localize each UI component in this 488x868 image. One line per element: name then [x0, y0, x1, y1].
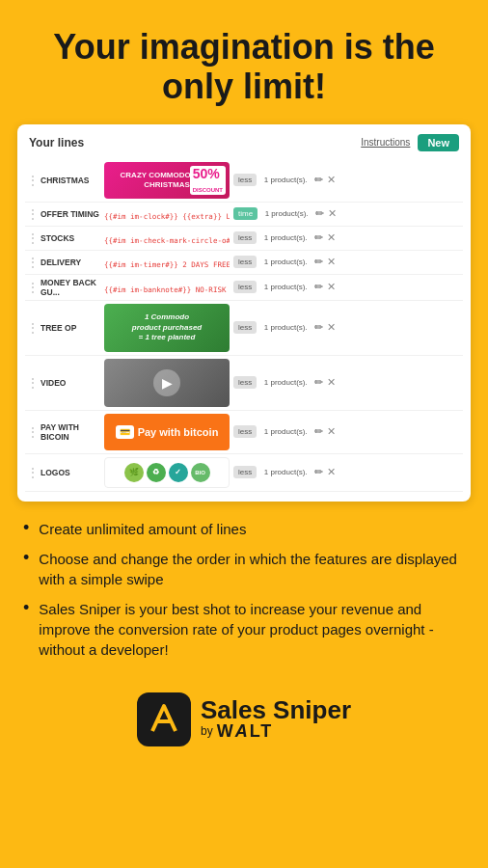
preview-header: Your lines Instructions New	[25, 134, 463, 151]
drag-handle-icon[interactable]: ⋮	[27, 425, 37, 439]
less-badge: less	[233, 174, 257, 186]
products-count: 1 product(s).	[260, 378, 311, 387]
line-preview-christmas: CRAZY COMMODO DAYSCHRISTMAS 50%DISCOUNT	[104, 162, 230, 199]
edit-icon[interactable]: ✏	[315, 207, 324, 220]
bullet-item: • Sales Sniper is your best shot to incr…	[23, 599, 465, 660]
delete-icon[interactable]: ✕	[327, 281, 336, 293]
products-count: 1 product(s).	[260, 258, 311, 266]
delete-icon[interactable]: ✕	[327, 174, 336, 186]
line-preview-moneyback: {{#im im-banknote#}} NO-RISK MONEY BACK …	[104, 279, 230, 296]
bullet-text: Choose and change the order in which the…	[39, 549, 465, 589]
bitcoin-text: Pay with bitcoin	[138, 426, 219, 438]
delete-icon[interactable]: ✕	[327, 321, 336, 334]
less-badge: less	[233, 231, 257, 244]
logo-1: 🌿	[124, 463, 144, 482]
table-row: ⋮ TREE OP 1 Commodoproduct purchased= 1 …	[25, 301, 463, 356]
bullet-text: Sales Sniper is your best shot to increa…	[39, 599, 465, 660]
products-count: 1 product(s).	[260, 468, 311, 476]
drag-handle-icon[interactable]: ⋮	[27, 376, 37, 390]
brand-name: WALT	[217, 722, 274, 742]
code-text: {{#im im-timer#}} 2 DAYS FREE EXPRESS DE…	[104, 260, 230, 269]
products-count: 1 product(s).	[260, 323, 311, 332]
delete-icon[interactable]: ✕	[327, 376, 336, 389]
instructions-link[interactable]: Instructions	[361, 137, 410, 148]
bullet-text: Create unlimited amount of lines	[39, 519, 246, 539]
delete-icon[interactable]: ✕	[327, 466, 336, 478]
delete-icon[interactable]: ✕	[327, 425, 336, 438]
drag-handle-icon[interactable]: ⋮	[27, 174, 37, 187]
bullet-section: • Create unlimited amount of lines • Cho…	[0, 502, 488, 683]
line-name: LOGOS	[41, 468, 100, 477]
code-text: {{#im im-banknote#}} NO-RISK MONEY BACK …	[104, 285, 230, 294]
by-label: by	[201, 725, 213, 738]
line-preview-delivery: {{#im im-timer#}} 2 DAYS FREE EXPRESS DE…	[104, 254, 230, 271]
bullet-dot: •	[23, 599, 29, 618]
header-section: Your imagination is the only limit!	[0, 0, 488, 124]
logo-2: ♻	[147, 463, 166, 482]
preview-title: Your lines	[29, 136, 84, 149]
logo-3: ✓	[169, 463, 188, 482]
app-preview: Your lines Instructions New ⋮ CHRISTMAS …	[17, 124, 471, 502]
footer-section: Sales Sniper by WALT	[0, 683, 488, 766]
logo-4: BIO	[191, 463, 210, 482]
drag-handle-icon[interactable]: ⋮	[27, 281, 37, 294]
less-badge: less	[233, 256, 257, 268]
logos-image: 🌿 ♻ ✓ BIO	[104, 457, 230, 488]
bullet-item: • Choose and change the order in which t…	[23, 549, 465, 589]
drag-handle-icon[interactable]: ⋮	[27, 207, 37, 221]
table-row: ⋮ PAY WITH BICOIN 💳 Pay with bitcoin les…	[25, 411, 463, 454]
footer-brand: Sales Sniper by WALT	[201, 697, 351, 742]
action-icons: ✏ ✕	[314, 256, 336, 268]
table-row: ⋮ DELIVERY {{#im im-timer#}} 2 DAYS FREE…	[25, 251, 463, 275]
action-icons: ✏ ✕	[314, 231, 336, 244]
logo-svg	[145, 700, 183, 739]
line-name: PAY WITH BICOIN	[41, 422, 100, 442]
delete-icon[interactable]: ✕	[328, 207, 337, 220]
line-name: OFFER TIMING	[41, 209, 100, 219]
less-badge: less	[233, 376, 257, 389]
table-row: ⋮ LOGOS 🌿 ♻ ✓ BIO less 1 product(s). ✏ ✕	[25, 454, 463, 492]
table-row: ⋮ VIDEO ▶ less 1 product(s). ✏ ✕	[25, 356, 463, 411]
app-name: Sales Sniper	[201, 697, 351, 722]
edit-icon[interactable]: ✏	[314, 174, 323, 186]
code-text: {{#im im-check-mark-circle-o#}} IN STOCK…	[104, 236, 230, 245]
edit-icon[interactable]: ✏	[314, 376, 323, 389]
drag-handle-icon[interactable]: ⋮	[27, 256, 37, 269]
app-logo	[137, 692, 191, 746]
edit-icon[interactable]: ✏	[314, 321, 323, 334]
delete-icon[interactable]: ✕	[327, 231, 336, 244]
drag-handle-icon[interactable]: ⋮	[27, 231, 37, 245]
edit-icon[interactable]: ✏	[314, 256, 323, 268]
video-image: ▶	[104, 359, 230, 407]
delete-icon[interactable]: ✕	[327, 256, 336, 268]
less-badge: less	[233, 425, 257, 438]
action-icons: ✏ ✕	[315, 207, 337, 220]
products-count: 1 product(s).	[260, 233, 311, 242]
preview-header-right: Instructions New	[361, 134, 459, 151]
action-icons: ✏ ✕	[314, 466, 336, 478]
products-count: 1 product(s).	[260, 427, 311, 436]
play-icon: ▶	[162, 375, 173, 391]
less-badge: time	[233, 207, 258, 220]
bitcoin-card-icon: 💳	[116, 425, 134, 439]
bullet-dot: •	[23, 549, 29, 568]
line-name: MONEY BACK GU...	[41, 278, 100, 297]
action-icons: ✏ ✕	[314, 425, 336, 438]
edit-icon[interactable]: ✏	[314, 425, 323, 438]
new-button[interactable]: New	[418, 134, 459, 151]
line-name: DELIVERY	[41, 258, 100, 267]
drag-handle-icon[interactable]: ⋮	[27, 466, 37, 479]
drag-handle-icon[interactable]: ⋮	[27, 321, 37, 335]
line-name: TREE OP	[41, 323, 100, 333]
bitcoin-image: 💳 Pay with bitcoin	[104, 414, 230, 450]
edit-icon[interactable]: ✏	[314, 281, 323, 293]
action-icons: ✏ ✕	[314, 321, 336, 334]
header-title: Your imagination is the only limit!	[23, 27, 465, 107]
bullet-item: • Create unlimited amount of lines	[23, 519, 465, 539]
edit-icon[interactable]: ✏	[314, 466, 323, 478]
line-preview-logos: 🌿 ♻ ✓ BIO	[104, 457, 230, 488]
edit-icon[interactable]: ✏	[314, 231, 323, 244]
products-count: 1 product(s).	[261, 209, 312, 218]
line-preview-tree: 1 Commodoproduct purchased= 1 tree plant…	[104, 304, 230, 352]
line-preview-stocks: {{#im im-check-mark-circle-o#}} IN STOCK…	[104, 230, 230, 247]
